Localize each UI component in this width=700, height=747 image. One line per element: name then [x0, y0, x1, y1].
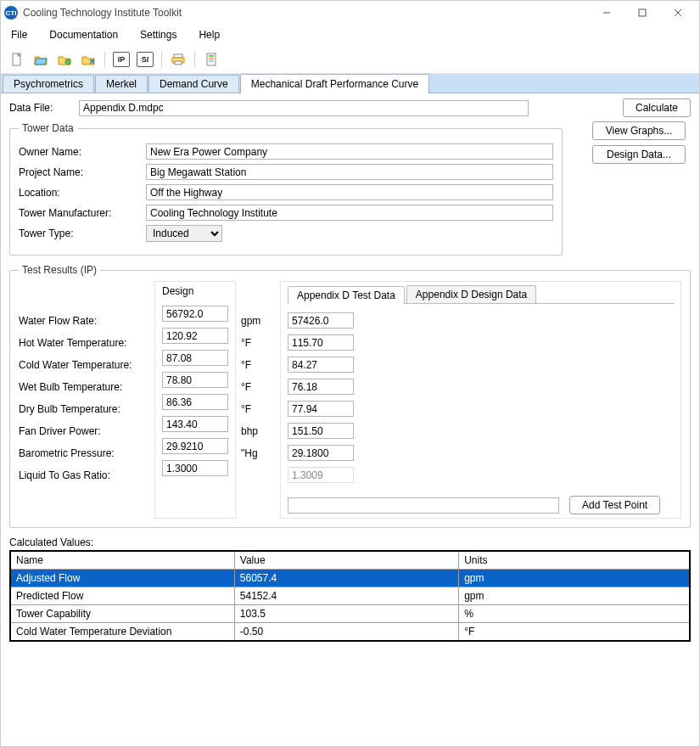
datafile-input[interactable] — [79, 100, 529, 116]
maximize-button[interactable] — [624, 1, 660, 25]
test-input-5[interactable] — [288, 423, 354, 439]
test-point-entry[interactable] — [288, 497, 559, 514]
ip-units-button[interactable]: IP — [112, 50, 131, 69]
subtab-design-data[interactable]: Appendix D Design Data — [406, 285, 536, 303]
param-unit: bhp — [241, 420, 272, 442]
cv-row[interactable]: Predicted Flow 54152.4 gpm — [10, 587, 690, 605]
menu-bar: File Documentation Settings Help — [1, 25, 699, 46]
cv-value: 103.5 — [234, 605, 458, 623]
datafile-label: Data File: — [9, 102, 79, 114]
cv-row[interactable]: Cold Water Temperature Deviation -0.50 °… — [10, 623, 690, 642]
test-subtabs: Appendix D Test Data Appendix D Design D… — [288, 285, 674, 304]
cv-name: Adjusted Flow — [10, 570, 234, 587]
new-file-icon[interactable] — [8, 50, 26, 69]
close-button[interactable] — [660, 1, 696, 25]
calculate-button[interactable]: Calculate — [623, 98, 691, 117]
tab-demand-curve[interactable]: Demand Curve — [148, 75, 239, 93]
test-input-6[interactable] — [288, 445, 354, 461]
param-unit: °F — [241, 332, 272, 354]
calculated-values-table: Name Value Units Adjusted Flow 56057.4 g… — [9, 550, 691, 642]
cv-header-name[interactable]: Name — [10, 551, 234, 570]
param-label: Dry Bulb Temperature: — [19, 398, 154, 420]
cv-row[interactable]: Tower Capability 103.5 % — [10, 605, 690, 623]
design-input-0[interactable] — [162, 306, 228, 322]
title-bar: CTI Cooling Technology Institute Toolkit — [1, 1, 699, 25]
view-graphs-button[interactable]: View Graphs... — [592, 121, 686, 140]
param-unit: "Hg — [241, 442, 272, 464]
cv-name: Tower Capability — [10, 605, 234, 623]
subtab-test-data[interactable]: Appendix D Test Data — [288, 286, 405, 304]
add-test-point-button[interactable]: Add Test Point — [569, 496, 660, 514]
tower-field-input-0[interactable] — [146, 143, 553, 160]
print-icon[interactable] — [169, 50, 188, 69]
svg-rect-1 — [639, 9, 646, 16]
param-label: Wet Bulb Temperature: — [19, 376, 154, 398]
cv-header-units[interactable]: Units — [459, 551, 690, 570]
design-input-3[interactable] — [162, 372, 228, 388]
design-input-6[interactable] — [162, 438, 228, 454]
param-label: Water Flow Rate: — [19, 310, 154, 332]
svg-point-5 — [65, 59, 70, 65]
cv-header-value[interactable]: Value — [234, 551, 458, 570]
design-input-7[interactable] — [162, 460, 228, 476]
tower-type-label: Tower Type: — [19, 227, 146, 239]
menu-settings[interactable]: Settings — [137, 27, 180, 42]
calculated-values-label: Calculated Values: — [9, 536, 691, 548]
minimize-button[interactable] — [589, 1, 624, 25]
tower-field-label: Location: — [19, 187, 146, 199]
save-as-icon[interactable] — [79, 50, 98, 69]
svg-rect-12 — [209, 60, 214, 62]
param-label: Fan Driver Power: — [19, 420, 154, 442]
main-tabs: Psychrometrics Merkel Demand Curve Mecha… — [1, 74, 699, 93]
test-input-0[interactable] — [288, 312, 354, 329]
design-input-5[interactable] — [162, 416, 228, 432]
tab-merkel[interactable]: Merkel — [95, 75, 148, 93]
menu-file[interactable]: File — [8, 27, 31, 42]
cv-name: Cold Water Temperature Deviation — [10, 623, 234, 642]
si-units-button[interactable]: SI — [136, 50, 154, 69]
tower-field-input-2[interactable] — [146, 184, 553, 200]
design-input-2[interactable] — [162, 350, 228, 366]
svg-rect-10 — [209, 55, 214, 57]
design-input-4[interactable] — [162, 394, 228, 410]
tab-mechanical-draft[interactable]: Mechanical Draft Performance Curve — [240, 74, 429, 93]
options-icon[interactable] — [202, 50, 221, 69]
cv-value: 56057.4 — [234, 570, 458, 587]
tower-data-legend: Tower Data — [19, 122, 77, 134]
tab-psychrometrics[interactable]: Psychrometrics — [3, 75, 94, 93]
svg-rect-11 — [209, 58, 214, 59]
param-unit: °F — [241, 354, 272, 376]
cv-name: Predicted Flow — [10, 587, 234, 605]
design-data-button[interactable]: Design Data... — [592, 145, 686, 164]
param-label: Barometric Pressure: — [19, 442, 154, 464]
test-input-3[interactable] — [288, 379, 354, 395]
cv-row[interactable]: Adjusted Flow 56057.4 gpm — [10, 570, 690, 587]
tower-field-input-3[interactable] — [146, 205, 553, 221]
toolbar: IP SI — [1, 46, 699, 74]
design-input-1[interactable] — [162, 328, 228, 344]
cv-units: gpm — [459, 587, 690, 605]
test-input-1[interactable] — [288, 334, 354, 351]
cv-units: °F — [459, 623, 690, 642]
tower-type-select[interactable]: Induced — [146, 225, 222, 242]
cv-value: 54152.4 — [234, 587, 458, 605]
toolbar-separator — [104, 52, 105, 67]
save-file-icon[interactable] — [55, 50, 74, 69]
tower-field-input-1[interactable] — [146, 164, 553, 180]
param-unit: °F — [241, 398, 272, 420]
cv-units: % — [459, 605, 690, 623]
param-unit — [241, 464, 272, 486]
svg-rect-8 — [175, 61, 182, 65]
menu-documentation[interactable]: Documentation — [46, 27, 121, 42]
design-column-label: Design — [162, 285, 228, 297]
tower-field-label: Tower Manufacturer: — [19, 207, 146, 219]
window-title: Cooling Technology Institute Toolkit — [23, 7, 182, 19]
open-file-icon[interactable] — [31, 50, 50, 69]
svg-rect-6 — [174, 54, 182, 58]
menu-help[interactable]: Help — [195, 27, 223, 42]
test-input-2[interactable] — [288, 357, 354, 373]
tower-data-group: Tower Data Owner Name: Project Name: Loc… — [9, 122, 563, 256]
toolbar-separator — [194, 52, 195, 67]
param-label: Hot Water Temperature: — [19, 332, 154, 354]
test-input-4[interactable] — [288, 401, 354, 417]
